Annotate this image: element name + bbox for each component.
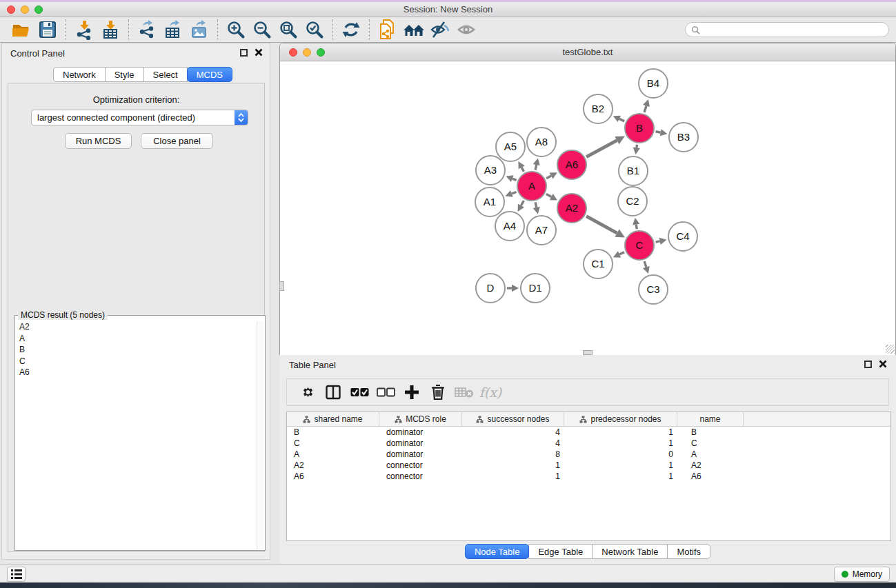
graph-edge-B-B4[interactable]	[644, 105, 646, 112]
result-list-item[interactable]: A6	[16, 367, 256, 378]
table-cell[interactable]: A2	[287, 460, 379, 471]
refresh-icon[interactable]	[338, 19, 364, 41]
home-icon[interactable]	[401, 19, 427, 41]
table-cell[interactable]: A	[677, 449, 744, 460]
table-cell[interactable]: 1	[564, 438, 677, 449]
graph-edge-A-A4[interactable]	[521, 201, 524, 205]
table-cell[interactable]: A6	[677, 471, 744, 482]
graph-node-A[interactable]: A	[517, 172, 546, 201]
run-mcds-button[interactable]: Run MCDS	[65, 133, 132, 149]
float-panel-icon[interactable]	[864, 361, 872, 368]
result-list-item[interactable]: C	[16, 356, 256, 367]
tab-network-table[interactable]: Network Table	[592, 544, 668, 559]
table-cell[interactable]: 1	[564, 460, 677, 471]
column-header-predecessor-nodes[interactable]: predecessor nodes	[564, 412, 677, 426]
table-cell[interactable]: 4	[462, 438, 564, 449]
import-network-icon[interactable]	[71, 19, 97, 41]
hide-graphics-icon[interactable]	[427, 19, 453, 41]
graph-node-B2[interactable]: B2	[584, 94, 613, 123]
table-row[interactable]: Adominator80A	[287, 449, 890, 460]
memory-button[interactable]: Memory	[834, 567, 890, 582]
table-cell[interactable]: 1	[564, 471, 677, 482]
zoom-out-icon[interactable]	[249, 19, 275, 41]
graph-node-B4[interactable]: B4	[639, 69, 668, 98]
graph-node-C3[interactable]: C3	[639, 275, 668, 304]
criterion-dropdown[interactable]: largest connected component (directed)	[31, 110, 248, 125]
network-zoom-button[interactable]	[317, 48, 325, 57]
network-graph[interactable]: B4B2BB3A8A5A6A3B1AC2A1A2A4A7C4CC1DD1C3	[280, 61, 895, 355]
graph-edge-A-A5[interactable]	[521, 168, 524, 172]
graph-edge-B-B3[interactable]	[656, 132, 661, 132]
table-cell[interactable]: 1	[462, 471, 564, 482]
left-splitter-grip[interactable]	[279, 281, 284, 291]
graph-node-A8[interactable]: A8	[527, 128, 556, 156]
table-cell[interactable]: dominator	[379, 449, 462, 460]
split-columns-icon[interactable]	[320, 381, 346, 404]
graph-node-A2[interactable]: A2	[557, 194, 586, 223]
close-panel-button[interactable]: Close panel	[141, 133, 213, 149]
graph-node-A3[interactable]: A3	[476, 156, 505, 185]
function-builder-icon[interactable]: f(x)	[477, 381, 504, 404]
graph-edge-A2-C[interactable]	[586, 216, 617, 234]
result-list-item[interactable]: B	[16, 344, 256, 356]
network-window-titlebar[interactable]: testGlobe.txt	[280, 43, 895, 61]
search-input[interactable]	[704, 25, 883, 34]
network-canvas[interactable]: B4B2BB3A8A5A6A3B1AC2A1A2A4A7C4CC1DD1C3	[280, 61, 895, 355]
node-table[interactable]: shared nameMCDS rolesuccessor nodesprede…	[286, 412, 891, 541]
zoom-in-icon[interactable]	[223, 19, 249, 41]
tab-node-table[interactable]: Node Table	[465, 544, 530, 559]
graph-node-A4[interactable]: A4	[495, 212, 524, 241]
bottom-splitter-grip[interactable]	[583, 350, 593, 355]
task-history-button[interactable]	[7, 567, 26, 582]
graph-edge-A6-B[interactable]	[586, 141, 617, 157]
table-cell[interactable]: 4	[462, 427, 564, 438]
add-column-icon[interactable]	[399, 381, 425, 404]
table-row[interactable]: A2connector11A2	[287, 460, 890, 471]
table-cell[interactable]: A2	[677, 460, 744, 471]
graph-node-C[interactable]: C	[625, 231, 654, 260]
save-icon[interactable]	[34, 19, 61, 41]
close-panel-icon[interactable]	[255, 48, 263, 57]
delete-column-icon[interactable]	[425, 381, 451, 404]
zoom-fit-icon[interactable]	[275, 19, 301, 41]
graph-edge-A-A2[interactable]	[546, 194, 551, 197]
table-cell[interactable]: dominator	[379, 438, 462, 449]
tab-select[interactable]: Select	[143, 67, 188, 82]
graph-node-D1[interactable]: D1	[521, 274, 550, 303]
graph-edge-C-C2[interactable]	[636, 225, 637, 230]
table-cell[interactable]: dominator	[379, 427, 462, 438]
graph-node-C4[interactable]: C4	[668, 222, 697, 251]
graph-node-B3[interactable]: B3	[669, 123, 698, 152]
graph-node-B[interactable]: B	[625, 114, 654, 143]
mcds-result-list[interactable]: A2ABCA6	[16, 321, 256, 549]
graph-edge-A-A3[interactable]	[512, 179, 517, 180]
delete-table-icon[interactable]	[451, 381, 477, 404]
close-panel-icon[interactable]	[879, 360, 887, 368]
table-cell[interactable]: C	[677, 438, 744, 449]
graph-edge-C-C4[interactable]	[656, 241, 660, 242]
graph-edge-A-A8[interactable]	[535, 165, 537, 170]
graph-edge-B-B1[interactable]	[637, 145, 637, 148]
column-header-shared-name[interactable]: shared name	[287, 412, 379, 426]
column-header-mcds-role[interactable]: MCDS role	[379, 412, 462, 426]
float-panel-icon[interactable]	[240, 49, 248, 57]
export-network-icon[interactable]	[134, 19, 160, 41]
graph-edge-B-B2[interactable]	[619, 119, 624, 121]
table-cell[interactable]: A	[287, 449, 379, 460]
graph-node-A1[interactable]: A1	[475, 187, 504, 216]
export-image-icon[interactable]	[186, 19, 212, 41]
graph-node-A6[interactable]: A6	[557, 150, 586, 179]
tab-style[interactable]: Style	[105, 67, 144, 82]
minimize-window-button[interactable]	[21, 6, 29, 14]
result-list-item[interactable]: A2	[16, 321, 256, 333]
graph-node-A7[interactable]: A7	[527, 216, 556, 245]
table-row[interactable]: Cdominator41C	[287, 438, 890, 449]
open-icon[interactable]	[8, 19, 34, 41]
graph-edge-C-C1[interactable]	[619, 252, 624, 254]
graph-edge-C-C3[interactable]	[644, 261, 646, 267]
table-cell[interactable]: C	[287, 438, 379, 449]
table-cell[interactable]: B	[287, 427, 379, 438]
column-header-name[interactable]: name	[677, 412, 744, 426]
network-minimize-button[interactable]	[303, 48, 311, 57]
zoom-selected-icon[interactable]	[301, 19, 328, 41]
